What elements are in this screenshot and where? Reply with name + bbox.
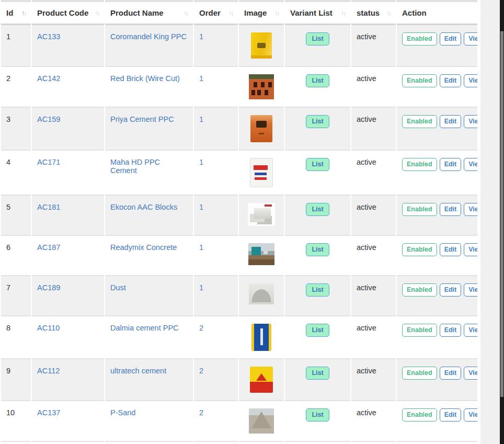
edit-button[interactable]: Edit bbox=[440, 203, 462, 216]
product-code-cell: AC159 bbox=[32, 108, 104, 151]
edit-button[interactable]: Edit bbox=[440, 115, 462, 128]
order-link[interactable]: 1 bbox=[199, 115, 203, 123]
column-header-id[interactable]: Id↑↓ bbox=[1, 0, 31, 25]
edit-button[interactable]: Edit bbox=[440, 74, 462, 87]
product-name-link[interactable]: Coromandel King PPC bbox=[110, 32, 187, 41]
enabled-button[interactable]: Enabled bbox=[402, 324, 437, 337]
enabled-button[interactable]: Enabled bbox=[402, 115, 437, 128]
view-button[interactable]: View bbox=[464, 115, 477, 128]
column-header-label: Variant List bbox=[290, 8, 333, 17]
id-cell: 6 bbox=[1, 236, 31, 276]
status-cell: active bbox=[351, 151, 396, 196]
product-image-thumbnail bbox=[248, 203, 275, 226]
edit-button[interactable]: Edit bbox=[440, 324, 462, 337]
product-code-link[interactable]: AC110 bbox=[37, 324, 60, 332]
variant-list-button[interactable]: List bbox=[306, 408, 329, 422]
edit-button[interactable]: Edit bbox=[440, 283, 462, 297]
view-button[interactable]: View bbox=[464, 283, 477, 297]
view-button[interactable]: View bbox=[464, 324, 477, 337]
product-image-thumbnail bbox=[250, 367, 273, 393]
vertical-scrollbar-track[interactable] bbox=[500, 0, 504, 444]
status-cell: active bbox=[351, 108, 396, 151]
variant-list-button[interactable]: List bbox=[306, 32, 329, 45]
product-name-link[interactable]: Dust bbox=[110, 283, 126, 292]
column-header-order[interactable]: Order↑↓ bbox=[194, 0, 238, 25]
product-code-link[interactable]: AC181 bbox=[37, 203, 60, 211]
edit-button[interactable]: Edit bbox=[440, 243, 462, 256]
view-button[interactable]: View bbox=[464, 243, 477, 256]
enabled-button[interactable]: Enabled bbox=[402, 158, 437, 171]
product-code-link[interactable]: AC133 bbox=[37, 32, 60, 41]
column-header-product_code[interactable]: Product Code↑↓ bbox=[32, 0, 104, 25]
row-id: 5 bbox=[6, 203, 10, 211]
product-name-link[interactable]: Priya Cement PPC bbox=[110, 115, 174, 123]
product-name-link[interactable]: Readymix Concrete bbox=[110, 243, 177, 252]
view-button[interactable]: View bbox=[464, 367, 477, 380]
product-name-link[interactable]: Ekocon AAC Blocks bbox=[110, 203, 177, 211]
view-button[interactable]: View bbox=[464, 158, 477, 171]
order-link[interactable]: 2 bbox=[199, 324, 203, 332]
edit-button[interactable]: Edit bbox=[440, 367, 462, 380]
column-header-status[interactable]: status↑↓ bbox=[351, 0, 396, 25]
table-scroll-container[interactable]: Id↑↓Product Code↑↓Product Name↑↓Order↑↓I… bbox=[0, 0, 477, 444]
column-header-variant_list[interactable]: Variant List↑↓ bbox=[285, 0, 350, 25]
variant-list-button[interactable]: List bbox=[306, 283, 329, 297]
product-name-link[interactable]: Red Brick (Wire Cut) bbox=[110, 74, 180, 83]
product-name-cell: Ekocon AAC Blocks bbox=[105, 196, 193, 236]
product-name-link[interactable]: Maha HD PPC Cement bbox=[110, 158, 160, 175]
variant-list-button[interactable]: List bbox=[306, 324, 329, 337]
variant-list-button[interactable]: List bbox=[306, 203, 329, 216]
view-button[interactable]: View bbox=[464, 74, 477, 87]
order-link[interactable]: 2 bbox=[199, 367, 203, 375]
order-link[interactable]: 2 bbox=[199, 408, 203, 417]
variant-list-button[interactable]: List bbox=[306, 243, 329, 256]
product-code-link[interactable]: AC142 bbox=[37, 74, 60, 83]
status-text: active bbox=[357, 32, 376, 41]
order-link[interactable]: 1 bbox=[199, 283, 203, 292]
order-cell: 2 bbox=[194, 316, 238, 359]
enabled-button[interactable]: Enabled bbox=[402, 74, 437, 87]
edit-button[interactable]: Edit bbox=[440, 158, 462, 171]
order-link[interactable]: 1 bbox=[199, 243, 203, 252]
enabled-button[interactable]: Enabled bbox=[402, 408, 437, 422]
enabled-button[interactable]: Enabled bbox=[402, 283, 437, 297]
enabled-button[interactable]: Enabled bbox=[402, 32, 437, 45]
order-link[interactable]: 1 bbox=[199, 74, 203, 83]
product-name-link[interactable]: ultratech cement bbox=[110, 367, 166, 375]
action-cell: EnabledEditView bbox=[397, 67, 477, 108]
variant-list-button[interactable]: List bbox=[306, 367, 329, 380]
view-button[interactable]: View bbox=[464, 32, 477, 45]
product-code-link[interactable]: AC171 bbox=[37, 158, 60, 166]
enabled-button[interactable]: Enabled bbox=[402, 203, 437, 216]
product-image-thumbnail bbox=[250, 158, 273, 187]
edit-button[interactable]: Edit bbox=[440, 32, 462, 45]
product-code-link[interactable]: AC137 bbox=[37, 408, 60, 417]
product-name-cell: Dust bbox=[105, 276, 193, 316]
product-name-link[interactable]: P-Sand bbox=[110, 408, 135, 417]
order-link[interactable]: 1 bbox=[199, 32, 203, 41]
view-button[interactable]: View bbox=[464, 408, 477, 422]
order-link[interactable]: 1 bbox=[199, 203, 203, 211]
enabled-button[interactable]: Enabled bbox=[402, 367, 437, 380]
product-code-link[interactable]: AC189 bbox=[37, 283, 60, 292]
enabled-button[interactable]: Enabled bbox=[402, 243, 437, 256]
variant-list-button[interactable]: List bbox=[306, 158, 329, 171]
sort-desc-icon: ↓ bbox=[186, 9, 188, 17]
column-header-image[interactable]: Image↑↓ bbox=[239, 0, 284, 25]
variant-list-button[interactable]: List bbox=[306, 74, 329, 87]
product-code-link[interactable]: AC112 bbox=[37, 367, 60, 375]
status-cell: active bbox=[351, 316, 396, 359]
product-code-link[interactable]: AC159 bbox=[37, 115, 60, 123]
order-link[interactable]: 1 bbox=[199, 158, 203, 166]
edit-button[interactable]: Edit bbox=[440, 408, 462, 422]
sort-desc-icon: ↓ bbox=[343, 9, 345, 17]
status-text: active bbox=[357, 115, 376, 123]
product-name-link[interactable]: Dalmia cement PPC bbox=[110, 324, 179, 332]
variant-list-button[interactable]: List bbox=[306, 115, 329, 128]
column-header-label: Action bbox=[402, 8, 427, 17]
product-code-link[interactable]: AC187 bbox=[37, 243, 60, 252]
product-name-cell: Red Brick (Wire Cut) bbox=[105, 67, 193, 108]
vertical-scrollbar-thumb[interactable] bbox=[500, 31, 503, 397]
column-header-product_name[interactable]: Product Name↑↓ bbox=[105, 0, 193, 25]
view-button[interactable]: View bbox=[464, 203, 477, 216]
